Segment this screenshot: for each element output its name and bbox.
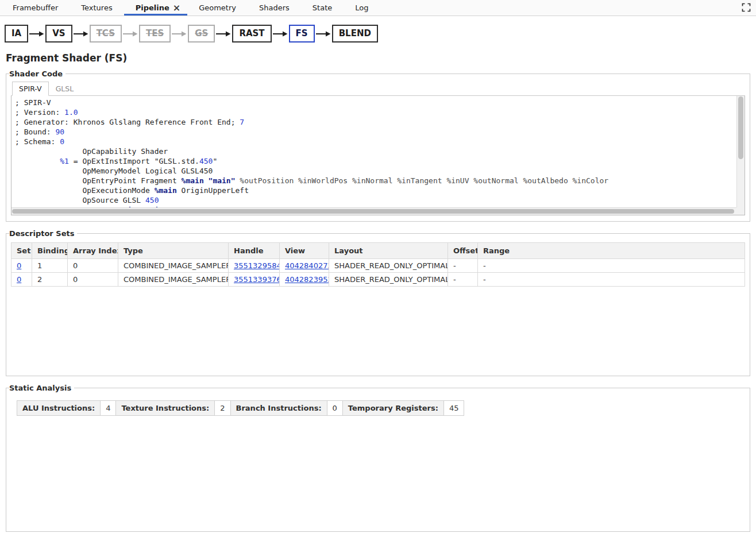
top-tab-bar: Framebuffer Textures Pipeline × Geometry… [0, 0, 756, 16]
tab-log[interactable]: Log [344, 0, 380, 16]
fullscreen-button[interactable] [741, 3, 751, 13]
table-row: 010COMBINED_IMAGE_SAMPLER355132958440428… [11, 259, 745, 273]
tab-label: Log [355, 3, 368, 12]
code-line: ; Version: 1.0 [15, 107, 741, 117]
vertical-scrollbar-thumb[interactable] [738, 96, 743, 159]
metric-label: Texture Instructions: [116, 401, 215, 416]
horizontal-scrollbar[interactable] [11, 207, 736, 215]
table-cell: 0 [11, 259, 32, 273]
descriptor-sets-section: Descriptor Sets SetBindingArray IndexTyp… [6, 229, 750, 376]
arrow-icon [29, 30, 44, 37]
static-analysis-legend: Static Analysis [9, 384, 74, 392]
tab-textures[interactable]: Textures [70, 0, 124, 16]
tab-pipeline[interactable]: Pipeline × [124, 0, 188, 16]
table-cell: 0 [68, 273, 118, 287]
table-cell: COMBINED_IMAGE_SAMPLER [118, 273, 229, 287]
code-line: ; Bound: 90 [15, 127, 741, 137]
metric-value: 4 [101, 401, 116, 416]
horizontal-scrollbar-thumb[interactable] [12, 209, 734, 214]
column-header: View [280, 243, 329, 259]
code-line: OpExecutionMode %main OriginUpperLeft [15, 186, 741, 195]
column-header: Range [478, 243, 745, 259]
arrow-icon [316, 30, 331, 37]
arrow-icon [273, 30, 288, 37]
pipeline-stage-fs[interactable]: FS [289, 25, 315, 43]
code-line: OpMemoryModel Logical GLSL450 [15, 166, 741, 176]
arrow-icon [216, 30, 231, 37]
vertical-scrollbar[interactable] [736, 96, 745, 207]
pipeline-stage-blend[interactable]: BLEND [332, 25, 378, 43]
tab-shaders[interactable]: Shaders [248, 0, 301, 16]
app-root: Framebuffer Textures Pipeline × Geometry… [0, 0, 756, 532]
table-cell: 4042823952 [280, 273, 329, 287]
table-cell: 3551339376 [229, 273, 280, 287]
cell-link[interactable]: 3551339376 [234, 275, 280, 284]
code-tab-glsl[interactable]: GLSL [49, 82, 81, 96]
code-line: OpCapability Shader [15, 146, 741, 156]
table-cell: - [448, 259, 478, 273]
code-line: ; SPIR-V [15, 98, 741, 107]
pipeline-stage-rast[interactable]: RAST [232, 25, 271, 43]
column-header: Handle [229, 243, 280, 259]
descriptor-sets-legend: Descriptor Sets [9, 229, 77, 238]
pipeline-stage-ia[interactable]: IA [5, 25, 28, 43]
cell-link[interactable]: 3551329584 [234, 261, 280, 270]
table-cell: COMBINED_IMAGE_SAMPLER [118, 259, 229, 273]
shader-code-legend: Shader Code [9, 69, 65, 78]
shader-code-section: Shader Code SPIR-VGLSL ; SPIR-V; Version… [6, 69, 750, 222]
column-header: Offset [448, 243, 478, 259]
tab-framebuffer[interactable]: Framebuffer [1, 0, 70, 16]
pipeline-stage-tes[interactable]: TES [139, 25, 171, 43]
code-line: OpEntryPoint Fragment %main "main" %outP… [15, 176, 741, 186]
static-analysis-table: ALU Instructions:4Texture Instructions:2… [17, 400, 464, 416]
cell-link[interactable]: 0 [17, 261, 21, 270]
column-header: Binding [32, 243, 68, 259]
pipeline-stage-vs[interactable]: VS [45, 25, 72, 43]
table-cell: - [448, 273, 478, 287]
table-header-row: SetBindingArray IndexTypeHandleViewLayou… [11, 243, 745, 259]
code-line: ; Generator: Khronos Glslang Reference F… [15, 117, 741, 127]
pipeline-diagram: IA VS TCS TES GS RAST FS BLEND [0, 16, 756, 49]
scrollbar-corner [736, 207, 745, 215]
tab-label: Shaders [259, 3, 290, 12]
shader-code-editor[interactable]: ; SPIR-V; Version: 1.0; Generator: Khron… [11, 96, 745, 215]
tab-close-icon[interactable]: × [173, 3, 180, 13]
tab-label: State [313, 3, 332, 12]
tab-label: Textures [81, 3, 112, 12]
metric-value: 45 [443, 401, 464, 416]
metrics-row: ALU Instructions:4Texture Instructions:2… [17, 401, 464, 416]
table-cell: 2 [32, 273, 68, 287]
tab-geometry[interactable]: Geometry [187, 0, 248, 16]
cell-link[interactable]: 0 [17, 275, 21, 284]
column-header: Type [118, 243, 229, 259]
descriptor-sets-table: SetBindingArray IndexTypeHandleViewLayou… [11, 242, 745, 287]
metric-value: 2 [215, 401, 230, 416]
page-title: Fragment Shader (FS) [6, 52, 750, 64]
fullscreen-icon [742, 3, 751, 12]
table-cell: SHADER_READ_ONLY_OPTIMAL [329, 259, 448, 273]
shader-code-tabs: SPIR-VGLSL [11, 80, 745, 96]
tab-label: Geometry [199, 3, 236, 12]
tab-label: Pipeline [136, 3, 169, 12]
table-cell: 4042840272 [280, 259, 329, 273]
table-cell: 1 [32, 259, 68, 273]
table-cell: 0 [68, 259, 118, 273]
code-tab-spir-v[interactable]: SPIR-V [12, 82, 49, 96]
arrow-icon [74, 30, 88, 37]
tab-strip: Framebuffer Textures Pipeline × Geometry… [1, 0, 380, 16]
shader-code-view: ; SPIR-V; Version: 1.0; Generator: Khron… [11, 96, 745, 215]
pipeline-stage-gs[interactable]: GS [188, 25, 215, 43]
table-body: 010COMBINED_IMAGE_SAMPLER355132958440428… [11, 259, 745, 287]
cell-link[interactable]: 4042823952 [285, 275, 329, 284]
table-cell: 3551329584 [229, 259, 280, 273]
column-header: Set [11, 243, 32, 259]
code-line: ; Schema: 0 [15, 137, 741, 146]
metric-label: Temporary Registers: [342, 401, 443, 416]
pipeline-stage-tcs[interactable]: TCS [90, 25, 122, 43]
arrow-icon [172, 30, 187, 37]
tab-label: Framebuffer [13, 3, 58, 12]
metric-value: 0 [327, 401, 342, 416]
cell-link[interactable]: 4042840272 [285, 261, 329, 270]
column-header: Array Index [68, 243, 118, 259]
tab-state[interactable]: State [301, 0, 344, 16]
